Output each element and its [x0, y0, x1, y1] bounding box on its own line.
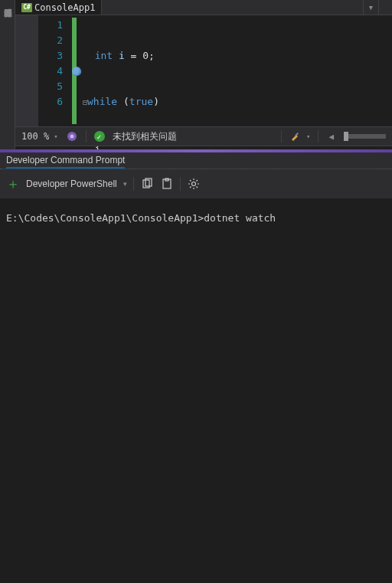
line-number-gutter: 1 2 3 4 5 6 — [38, 15, 69, 126]
tab-well-overflow[interactable] — [378, 0, 392, 15]
svg-point-7 — [191, 182, 195, 186]
vertical-tab-server-explorer[interactable]: 服务器资源管理器 — [2, 2, 13, 151]
line-number: 6 — [38, 94, 69, 110]
cleanup-brush-icon[interactable] — [289, 130, 302, 142]
code-line: ⊟while (true) — [83, 94, 322, 110]
health-indicator-icon[interactable] — [66, 130, 78, 142]
document-tab-bar: C# ConsoleApp1 ▾ — [15, 0, 392, 15]
line-number: 5 — [38, 79, 69, 94]
code-area[interactable]: int i = 0; ⊟while (true) { Console.Write… — [83, 15, 322, 126]
line-number: 2 — [38, 33, 69, 48]
nav-prev-icon[interactable]: ◀ — [326, 132, 336, 142]
terminal-panel-title[interactable]: Developer Command Prompt — [6, 155, 125, 169]
document-tab-consoleapp1[interactable]: C# ConsoleApp1 — [15, 0, 102, 15]
paste-icon[interactable] — [160, 177, 174, 191]
line-number: 3 — [38, 48, 69, 64]
no-issues-icon: ✓ — [94, 131, 105, 142]
svg-point-1 — [70, 135, 74, 139]
shell-selector-label[interactable]: Developer PowerShell — [26, 179, 117, 189]
terminal-command: dotnet watch — [204, 212, 276, 224]
zoom-dropdown-icon[interactable]: ▾ — [54, 133, 57, 140]
vertical-toolbar: 服务器资源管理器 工具箱 — [0, 0, 15, 153]
terminal-toolbar: ＋ Developer PowerShell ▾ — [0, 169, 392, 198]
terminal-panel-title-bar: Developer Command Prompt — [0, 152, 392, 169]
line-number-with-marker: 4 — [38, 64, 69, 79]
code-line: int i = 0; — [83, 48, 322, 64]
shell-selector-dropdown-icon[interactable]: ▾ — [123, 180, 127, 188]
code-editor[interactable]: 1 2 3 4 5 6 int i = 0; ⊟while (true) { C… — [15, 15, 392, 126]
line-number: 1 — [38, 18, 69, 33]
terminal-output[interactable]: E:\Codes\ConsoleApp1\ConsoleApp1>dotnet … — [0, 198, 392, 583]
copy-icon[interactable] — [140, 177, 154, 191]
editor-margin — [15, 15, 38, 126]
terminal-prompt: E:\Codes\ConsoleApp1\ConsoleApp1> — [6, 212, 204, 224]
tab-dropdown-icon[interactable]: ▾ — [363, 0, 378, 15]
new-terminal-plus-icon[interactable]: ＋ — [6, 175, 20, 193]
editor-status-bar: 100 % ▾ ✓ 未找到相关问题 ▾ ◀ — [15, 126, 392, 146]
tab-title: ConsoleApp1 — [34, 2, 95, 13]
brush-dropdown-icon[interactable]: ▾ — [306, 133, 310, 140]
csharp-file-icon: C# — [21, 3, 32, 12]
scroll-map-slider[interactable] — [344, 134, 386, 139]
zoom-level[interactable]: 100 % — [21, 131, 49, 142]
issues-message[interactable]: 未找到相关问题 — [113, 130, 177, 143]
gear-icon[interactable] — [187, 177, 201, 191]
